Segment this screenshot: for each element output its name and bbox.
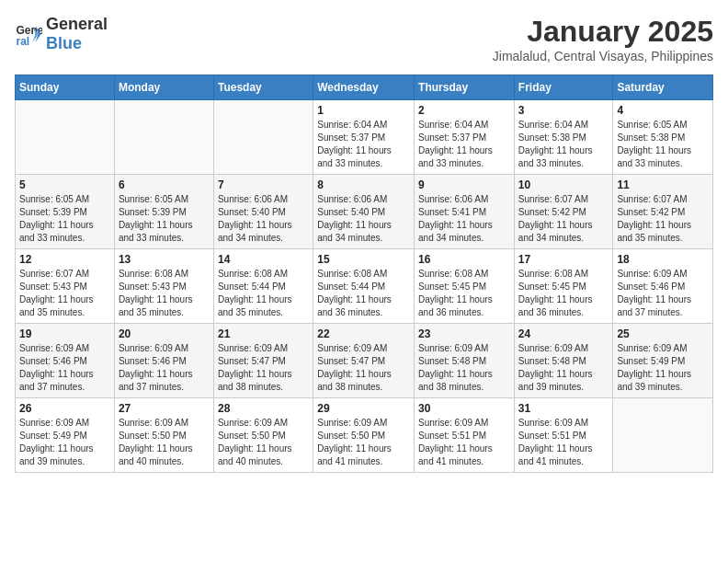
day-number: 8 <box>317 178 410 191</box>
day-info: Sunrise: 6:09 AM Sunset: 5:49 PM Dayligh… <box>617 342 709 394</box>
day-number: 12 <box>19 253 110 266</box>
calendar-cell <box>16 100 115 175</box>
day-number: 18 <box>617 253 709 266</box>
calendar-cell: 23Sunrise: 6:09 AM Sunset: 5:48 PM Dayli… <box>415 324 515 398</box>
weekday-header-sunday: Sunday <box>16 75 115 100</box>
day-number: 25 <box>617 327 709 340</box>
day-number: 9 <box>418 178 510 191</box>
day-info: Sunrise: 6:07 AM Sunset: 5:42 PM Dayligh… <box>518 193 609 245</box>
calendar-cell: 2Sunrise: 6:04 AM Sunset: 5:37 PM Daylig… <box>415 100 515 175</box>
day-number: 1 <box>317 104 410 117</box>
calendar-cell: 20Sunrise: 6:09 AM Sunset: 5:46 PM Dayli… <box>114 324 213 398</box>
day-info: Sunrise: 6:09 AM Sunset: 5:46 PM Dayligh… <box>119 342 210 394</box>
day-info: Sunrise: 6:04 AM Sunset: 5:37 PM Dayligh… <box>418 119 510 170</box>
calendar-week-row: 12Sunrise: 6:07 AM Sunset: 5:43 PM Dayli… <box>16 249 713 324</box>
day-number: 17 <box>518 253 609 266</box>
day-number: 5 <box>19 178 110 191</box>
month-title: January 2025 <box>493 15 713 49</box>
day-info: Sunrise: 6:09 AM Sunset: 5:51 PM Dayligh… <box>418 417 510 468</box>
day-number: 6 <box>119 178 210 191</box>
calendar-week-row: 26Sunrise: 6:09 AM Sunset: 5:49 PM Dayli… <box>16 398 713 473</box>
calendar-cell: 3Sunrise: 6:04 AM Sunset: 5:38 PM Daylig… <box>514 100 613 175</box>
title-block: January 2025 Jimalalud, Central Visayas,… <box>493 15 713 63</box>
day-number: 15 <box>317 253 410 266</box>
day-info: Sunrise: 6:04 AM Sunset: 5:38 PM Dayligh… <box>518 119 609 170</box>
day-info: Sunrise: 6:07 AM Sunset: 5:43 PM Dayligh… <box>19 268 110 319</box>
day-info: Sunrise: 6:09 AM Sunset: 5:48 PM Dayligh… <box>418 342 510 394</box>
calendar-cell: 5Sunrise: 6:05 AM Sunset: 5:39 PM Daylig… <box>16 175 115 249</box>
calendar-table: SundayMondayTuesdayWednesdayThursdayFrid… <box>15 75 713 473</box>
logo-text: General Blue <box>46 15 108 53</box>
calendar-cell: 10Sunrise: 6:07 AM Sunset: 5:42 PM Dayli… <box>514 175 613 249</box>
day-info: Sunrise: 6:07 AM Sunset: 5:42 PM Dayligh… <box>617 193 709 245</box>
calendar-week-row: 1Sunrise: 6:04 AM Sunset: 5:37 PM Daylig… <box>16 100 713 175</box>
day-info: Sunrise: 6:06 AM Sunset: 5:40 PM Dayligh… <box>218 193 309 245</box>
day-number: 28 <box>218 402 309 415</box>
day-number: 10 <box>518 178 609 191</box>
logo-icon: Gene ral <box>15 20 42 48</box>
day-number: 16 <box>418 253 510 266</box>
day-info: Sunrise: 6:09 AM Sunset: 5:50 PM Dayligh… <box>218 417 309 468</box>
weekday-header-saturday: Saturday <box>613 75 713 100</box>
calendar-cell: 17Sunrise: 6:08 AM Sunset: 5:45 PM Dayli… <box>514 249 613 324</box>
calendar-cell: 31Sunrise: 6:09 AM Sunset: 5:51 PM Dayli… <box>514 398 613 473</box>
calendar-cell: 11Sunrise: 6:07 AM Sunset: 5:42 PM Dayli… <box>613 175 713 249</box>
calendar-cell: 27Sunrise: 6:09 AM Sunset: 5:50 PM Dayli… <box>114 398 213 473</box>
day-number: 19 <box>19 327 110 340</box>
day-info: Sunrise: 6:09 AM Sunset: 5:48 PM Dayligh… <box>518 342 609 394</box>
calendar-cell: 1Sunrise: 6:04 AM Sunset: 5:37 PM Daylig… <box>313 100 415 175</box>
day-info: Sunrise: 6:09 AM Sunset: 5:51 PM Dayligh… <box>518 417 609 468</box>
day-number: 23 <box>418 327 510 340</box>
calendar-cell <box>114 100 213 175</box>
calendar-cell: 26Sunrise: 6:09 AM Sunset: 5:49 PM Dayli… <box>16 398 115 473</box>
calendar-cell: 14Sunrise: 6:08 AM Sunset: 5:44 PM Dayli… <box>213 249 313 324</box>
calendar-cell: 13Sunrise: 6:08 AM Sunset: 5:43 PM Dayli… <box>114 249 213 324</box>
calendar-cell: 29Sunrise: 6:09 AM Sunset: 5:50 PM Dayli… <box>313 398 415 473</box>
day-info: Sunrise: 6:09 AM Sunset: 5:46 PM Dayligh… <box>19 342 110 394</box>
calendar-cell: 19Sunrise: 6:09 AM Sunset: 5:46 PM Dayli… <box>16 324 115 398</box>
weekday-header-monday: Monday <box>114 75 213 100</box>
day-number: 14 <box>218 253 309 266</box>
day-number: 7 <box>218 178 309 191</box>
logo-general: General <box>46 15 108 33</box>
location-title: Jimalalud, Central Visayas, Philippines <box>493 49 713 63</box>
weekday-header-tuesday: Tuesday <box>213 75 313 100</box>
svg-text:ral: ral <box>17 35 30 48</box>
day-info: Sunrise: 6:05 AM Sunset: 5:39 PM Dayligh… <box>119 193 210 245</box>
day-number: 21 <box>218 327 309 340</box>
day-info: Sunrise: 6:09 AM Sunset: 5:50 PM Dayligh… <box>119 417 210 468</box>
calendar-cell: 28Sunrise: 6:09 AM Sunset: 5:50 PM Dayli… <box>213 398 313 473</box>
day-number: 2 <box>418 104 510 117</box>
day-number: 4 <box>617 104 709 117</box>
weekday-header-row: SundayMondayTuesdayWednesdayThursdayFrid… <box>16 75 713 100</box>
calendar-cell: 12Sunrise: 6:07 AM Sunset: 5:43 PM Dayli… <box>16 249 115 324</box>
weekday-header-friday: Friday <box>514 75 613 100</box>
calendar-cell: 15Sunrise: 6:08 AM Sunset: 5:44 PM Dayli… <box>313 249 415 324</box>
calendar-cell: 30Sunrise: 6:09 AM Sunset: 5:51 PM Dayli… <box>415 398 515 473</box>
logo: Gene ral General Blue <box>15 15 108 53</box>
day-info: Sunrise: 6:06 AM Sunset: 5:40 PM Dayligh… <box>317 193 410 245</box>
day-info: Sunrise: 6:09 AM Sunset: 5:46 PM Dayligh… <box>617 268 709 319</box>
weekday-header-thursday: Thursday <box>415 75 515 100</box>
calendar-cell: 24Sunrise: 6:09 AM Sunset: 5:48 PM Dayli… <box>514 324 613 398</box>
day-info: Sunrise: 6:08 AM Sunset: 5:45 PM Dayligh… <box>518 268 609 319</box>
day-info: Sunrise: 6:06 AM Sunset: 5:41 PM Dayligh… <box>418 193 510 245</box>
day-info: Sunrise: 6:09 AM Sunset: 5:50 PM Dayligh… <box>317 417 410 468</box>
calendar-cell: 7Sunrise: 6:06 AM Sunset: 5:40 PM Daylig… <box>213 175 313 249</box>
calendar-cell: 4Sunrise: 6:05 AM Sunset: 5:38 PM Daylig… <box>613 100 713 175</box>
weekday-header-wednesday: Wednesday <box>313 75 415 100</box>
day-info: Sunrise: 6:08 AM Sunset: 5:45 PM Dayligh… <box>418 268 510 319</box>
day-number: 29 <box>317 402 410 415</box>
calendar-cell <box>213 100 313 175</box>
calendar-cell: 8Sunrise: 6:06 AM Sunset: 5:40 PM Daylig… <box>313 175 415 249</box>
page-header: Gene ral General Blue January 2025 Jimal… <box>15 15 713 63</box>
calendar-cell: 16Sunrise: 6:08 AM Sunset: 5:45 PM Dayli… <box>415 249 515 324</box>
day-info: Sunrise: 6:04 AM Sunset: 5:37 PM Dayligh… <box>317 119 410 170</box>
calendar-week-row: 19Sunrise: 6:09 AM Sunset: 5:46 PM Dayli… <box>16 324 713 398</box>
day-info: Sunrise: 6:05 AM Sunset: 5:39 PM Dayligh… <box>19 193 110 245</box>
calendar-cell: 25Sunrise: 6:09 AM Sunset: 5:49 PM Dayli… <box>613 324 713 398</box>
day-number: 22 <box>317 327 410 340</box>
logo-blue: Blue <box>46 34 82 52</box>
day-number: 11 <box>617 178 709 191</box>
calendar-cell: 9Sunrise: 6:06 AM Sunset: 5:41 PM Daylig… <box>415 175 515 249</box>
